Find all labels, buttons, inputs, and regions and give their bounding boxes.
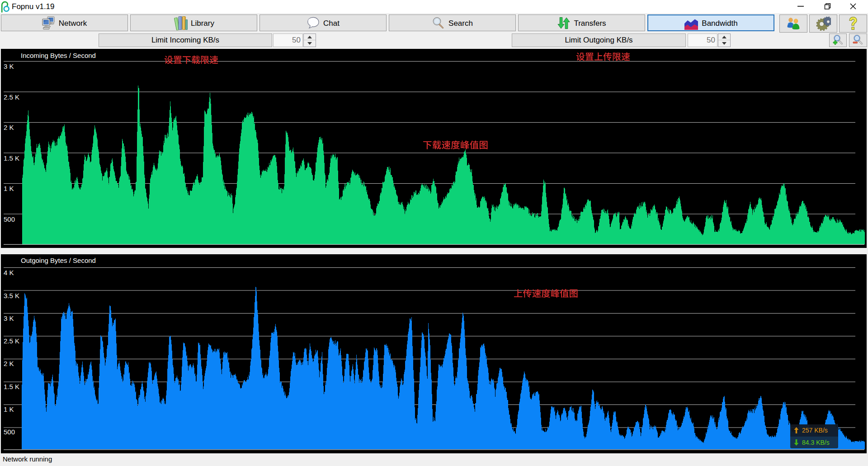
svg-text:Outgoing Bytes / Second: Outgoing Bytes / Second — [21, 257, 96, 264]
svg-text:4 K: 4 K — [4, 269, 14, 276]
svg-text:2.5 K: 2.5 K — [4, 337, 19, 345]
svg-text:1.5 K: 1.5 K — [4, 154, 19, 162]
svg-text:1 K: 1 K — [4, 185, 14, 192]
svg-text:500: 500 — [4, 215, 15, 223]
svg-text:3.5 K: 3.5 K — [4, 292, 19, 300]
svg-text:2 K: 2 K — [4, 124, 14, 131]
svg-text:1 K: 1 K — [4, 405, 14, 413]
svg-text:2.5 K: 2.5 K — [4, 93, 19, 101]
svg-text:500: 500 — [4, 428, 15, 436]
svg-text:Incoming Bytes / Second: Incoming Bytes / Second — [21, 52, 96, 59]
svg-text:3 K: 3 K — [4, 314, 14, 322]
svg-text:1.5 K: 1.5 K — [4, 383, 19, 390]
svg-text:2 K: 2 K — [4, 360, 14, 367]
svg-text:3 K: 3 K — [4, 62, 14, 70]
